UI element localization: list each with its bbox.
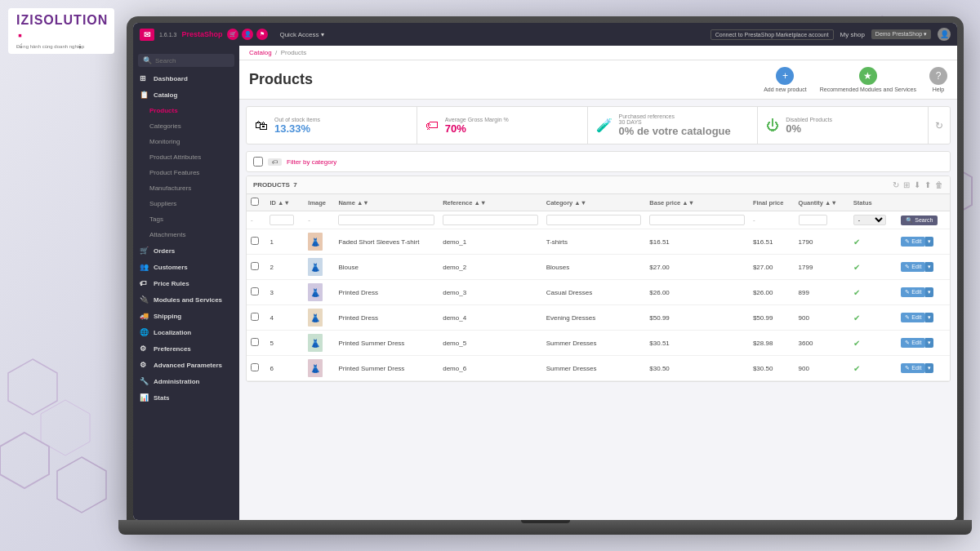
row-checkbox[interactable] bbox=[251, 338, 259, 346]
row-status: ✔ bbox=[849, 255, 898, 280]
table-delete-icon[interactable]: 🗑 bbox=[935, 180, 943, 189]
col-base-price[interactable]: Base price ▲▼ bbox=[645, 194, 749, 211]
nav-right: Connect to PrestaShop Marketplace accoun… bbox=[710, 28, 951, 41]
stat-purchased-refs: 🧪 Purchased references 30 DAYS 0% de vot… bbox=[588, 107, 759, 144]
row-checkbox[interactable] bbox=[251, 262, 259, 270]
col-category[interactable]: Category ▲▼ bbox=[542, 194, 646, 211]
advanced-icon: ⚙ bbox=[140, 361, 149, 369]
search-filter-btn[interactable]: 🔍 Search bbox=[901, 216, 938, 225]
col-name[interactable]: Name ▲▼ bbox=[334, 194, 439, 211]
edit-btn[interactable]: ✎ Edit bbox=[901, 237, 925, 247]
modules-icon: 🔌 bbox=[140, 295, 149, 304]
row-image: 👗 bbox=[304, 331, 334, 356]
row-quantity: 900 bbox=[795, 305, 849, 331]
sidebar-item-monitoring[interactable]: Monitoring bbox=[133, 134, 239, 149]
reference-filter-input[interactable] bbox=[443, 215, 538, 225]
edit-btn[interactable]: ✎ Edit bbox=[901, 287, 925, 297]
table-row: 3 👗 Printed Dress demo_3 Casual Dresses … bbox=[247, 280, 950, 305]
disabled-products-label: Disabled Products bbox=[786, 117, 832, 122]
connect-marketplace-btn[interactable]: Connect to PrestaShop Marketplace accoun… bbox=[710, 29, 834, 40]
filter-by-category-link[interactable]: Filter by category bbox=[287, 158, 336, 166]
sidebar-item-manufacturers[interactable]: Manufacturers bbox=[133, 180, 239, 196]
edit-btn[interactable]: ✎ Edit bbox=[901, 338, 925, 348]
search-input[interactable] bbox=[155, 57, 229, 64]
filter-checkbox[interactable] bbox=[253, 157, 263, 167]
sidebar-item-catalog[interactable]: 📋 Catalog bbox=[133, 87, 239, 103]
sidebar-item-customers[interactable]: 👥 Customers bbox=[133, 259, 239, 275]
sidebar-item-orders[interactable]: 🛒 Orders bbox=[133, 242, 239, 259]
help-btn[interactable]: ? Help bbox=[929, 67, 947, 92]
col-quantity[interactable]: Quantity ▲▼ bbox=[795, 194, 849, 211]
user-avatar[interactable]: 👤 bbox=[938, 28, 951, 41]
edit-dropdown-btn[interactable]: ▾ bbox=[925, 313, 933, 322]
sidebar-item-product-attrs[interactable]: Product Attributes bbox=[133, 149, 239, 165]
edit-dropdown-btn[interactable]: ▾ bbox=[925, 287, 933, 297]
edit-dropdown-btn[interactable]: ▾ bbox=[925, 237, 933, 247]
sidebar-item-products[interactable]: Products bbox=[133, 103, 239, 118]
table-refresh-icon[interactable]: ↻ bbox=[893, 180, 899, 189]
col-id[interactable]: ID ▲▼ bbox=[265, 194, 304, 211]
row-checkbox[interactable] bbox=[251, 237, 259, 245]
laptop-screen: ✉ 1.6.1.3 PrestaShop 🛒 👤 ⚑ Quick Access … bbox=[133, 23, 957, 520]
edit-dropdown-btn[interactable]: ▾ bbox=[925, 338, 933, 348]
purchased-refs-label: Purchased references bbox=[619, 113, 731, 119]
sidebar-item-product-features[interactable]: Product Features bbox=[133, 165, 239, 180]
sidebar-item-modules[interactable]: 🔌 Modules and Services bbox=[133, 291, 239, 308]
disabled-products-value: 0% bbox=[786, 122, 832, 135]
row-checkbox[interactable] bbox=[251, 313, 259, 321]
edit-dropdown-btn[interactable]: ▾ bbox=[925, 363, 933, 373]
shipping-icon: 🚚 bbox=[140, 312, 149, 320]
edit-btn[interactable]: ✎ Edit bbox=[901, 363, 925, 373]
sidebar-item-price-rules[interactable]: 🏷 Price Rules bbox=[133, 275, 239, 291]
sidebar-item-shipping[interactable]: 🚚 Shipping bbox=[133, 308, 239, 324]
sidebar-item-attachments[interactable]: Attachments bbox=[133, 227, 239, 242]
quantity-filter-input[interactable] bbox=[799, 215, 827, 225]
edit-btn[interactable]: ✎ Edit bbox=[901, 313, 925, 322]
row-reference: demo_1 bbox=[439, 229, 542, 255]
avg-margin-icon: 🏷 bbox=[425, 118, 439, 133]
nav-brand: PrestaShop bbox=[181, 30, 222, 38]
product-thumbnail: 👗 bbox=[308, 283, 323, 301]
sidebar-item-advanced[interactable]: ⚙ Advanced Parameters bbox=[133, 357, 239, 373]
status-check-icon: ✔ bbox=[853, 288, 860, 297]
row-checkbox[interactable] bbox=[251, 287, 259, 295]
sidebar-item-dashboard[interactable]: ⊞ Dashboard bbox=[133, 70, 239, 87]
recommended-modules-btn[interactable]: ★ Recommended Modules and Services bbox=[820, 67, 916, 92]
nav-cart-icon[interactable]: 🛒 bbox=[227, 29, 238, 40]
sidebar-item-suppliers[interactable]: Suppliers bbox=[133, 196, 239, 211]
edit-dropdown-btn[interactable]: ▾ bbox=[925, 262, 933, 272]
sidebar-item-localization[interactable]: 🌐 Localization bbox=[133, 324, 239, 340]
nav-flag-icon[interactable]: ⚑ bbox=[256, 29, 268, 40]
refresh-btn[interactable]: ↻ bbox=[929, 107, 950, 144]
breadcrumb-catalog[interactable]: Catalog bbox=[249, 49, 272, 56]
quick-access-menu[interactable]: Quick Access ▾ bbox=[279, 31, 323, 38]
sidebar-item-tags[interactable]: Tags bbox=[133, 211, 239, 227]
laptop-shell: ✉ 1.6.1.3 PrestaShop 🛒 👤 ⚑ Quick Access … bbox=[127, 16, 964, 527]
name-filter-input[interactable] bbox=[338, 215, 434, 225]
sidebar-item-preferences[interactable]: ⚙ Preferences bbox=[133, 340, 239, 357]
sidebar-item-stats[interactable]: 📊 Stats bbox=[133, 389, 239, 406]
my-shop-btn[interactable]: My shop bbox=[840, 31, 865, 38]
id-filter-input[interactable] bbox=[270, 215, 294, 225]
base-price-filter-input[interactable] bbox=[649, 215, 745, 225]
col-reference[interactable]: Reference ▲▼ bbox=[439, 194, 542, 211]
table-export-icon[interactable]: ⬇ bbox=[914, 180, 920, 189]
edit-btn[interactable]: ✎ Edit bbox=[901, 262, 925, 272]
row-category: Casual Dresses bbox=[542, 280, 646, 305]
table-columns-icon[interactable]: ⊞ bbox=[903, 180, 910, 189]
recommended-modules-icon: ★ bbox=[859, 67, 877, 85]
search-box[interactable]: 🔍 bbox=[138, 54, 234, 67]
product-thumbnail: 👗 bbox=[308, 233, 323, 251]
category-filter-input[interactable] bbox=[546, 215, 642, 225]
row-checkbox[interactable] bbox=[251, 363, 259, 371]
demo-menu-btn[interactable]: Demo PrestaShop ▾ bbox=[871, 29, 931, 39]
table-import-icon[interactable]: ⬆ bbox=[924, 180, 931, 189]
product-thumbnail: 👗 bbox=[308, 258, 323, 276]
add-product-btn[interactable]: + Add new product bbox=[764, 67, 807, 92]
row-name: Printed Dress bbox=[334, 280, 439, 305]
status-filter-select[interactable]: - Yes No bbox=[853, 215, 886, 225]
select-all-checkbox[interactable] bbox=[251, 198, 259, 206]
sidebar-item-admin[interactable]: 🔧 Administration bbox=[133, 373, 239, 389]
sidebar-item-categories[interactable]: Categories bbox=[133, 118, 239, 134]
nav-person-icon[interactable]: 👤 bbox=[242, 29, 253, 40]
